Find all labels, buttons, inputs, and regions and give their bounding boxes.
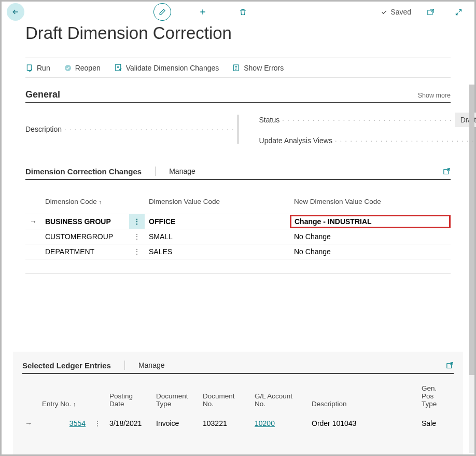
new-button[interactable]: [194, 3, 212, 21]
description-label: Description: [25, 125, 234, 133]
row-menu[interactable]: ⋮: [129, 229, 145, 244]
description-group: Description: [25, 113, 239, 146]
col-gl-account[interactable]: G/L AccountNo.: [250, 381, 307, 416]
action-show-errors[interactable]: Show Errors: [232, 64, 284, 72]
action-validate-label: Validate Dimension Changes: [126, 64, 219, 72]
action-show-errors-label: Show Errors: [244, 64, 284, 72]
status-group: Status Draft: [259, 113, 476, 127]
status-label: Status: [259, 116, 452, 124]
col-posting-date[interactable]: Posting Date: [105, 381, 152, 416]
action-run[interactable]: Run: [25, 64, 50, 72]
row-menu[interactable]: ⋮: [90, 416, 105, 431]
cell-entry-no[interactable]: 3554: [38, 416, 90, 431]
ledger-table: Entry No. ↑ Posting Date DocumentType Do…: [22, 381, 454, 431]
section-general: General Show more Description Status Dra…: [25, 89, 451, 146]
separator: [155, 167, 156, 176]
ledger-title: Selected Ledger Entries: [22, 361, 111, 370]
col-new-dimension-value[interactable]: New Dimension Value Code: [290, 195, 451, 214]
cell-gl-account[interactable]: 10200: [250, 416, 307, 431]
section-general-title: General: [25, 89, 60, 100]
cell-value[interactable]: SMALL: [145, 229, 290, 244]
expand-button[interactable]: [450, 3, 467, 21]
row-menu[interactable]: ⋮: [129, 244, 145, 259]
cell-code[interactable]: DEPARTMENT: [41, 244, 129, 259]
col-description[interactable]: Description: [307, 381, 417, 416]
row-selector-icon[interactable]: →: [25, 214, 41, 229]
ledger-manage[interactable]: Manage: [138, 361, 165, 369]
col-dimension-value[interactable]: Dimension Value Code: [145, 195, 290, 214]
cell-doc-no[interactable]: 103221: [199, 416, 250, 431]
saved-indicator: Saved: [381, 8, 411, 16]
action-reopen-label: Reopen: [75, 64, 101, 72]
top-toolbar: Saved: [2, 2, 474, 22]
cell-value[interactable]: OFFICE: [145, 214, 290, 229]
table-row[interactable]: → BUSINESS GROUP ⋮ OFFICE Change - INDUS…: [25, 214, 451, 229]
table-row-empty[interactable]: [25, 259, 451, 274]
cell-gen-posting-type[interactable]: Sale: [417, 416, 454, 431]
update-views-group: Update Analysis Views: [259, 135, 476, 146]
action-run-label: Run: [37, 64, 50, 72]
ledger-popout-button[interactable]: [446, 362, 454, 369]
popout-button[interactable]: [422, 3, 439, 21]
show-more[interactable]: Show more: [418, 92, 451, 99]
ledger-header: Selected Ledger Entries Manage: [22, 361, 454, 374]
changes-manage[interactable]: Manage: [169, 167, 195, 175]
action-reopen[interactable]: Reopen: [64, 64, 101, 72]
back-button[interactable]: [7, 3, 24, 21]
scrollbar-thumb[interactable]: [469, 85, 474, 375]
cell-new-value-wrap[interactable]: Change - INDUSTRIAL: [290, 214, 451, 229]
top-center-actions: [24, 3, 381, 21]
page-title: Draft Dimension Correction: [25, 23, 451, 43]
delete-button[interactable]: [234, 3, 252, 21]
cell-new-value[interactable]: No Change: [290, 244, 451, 259]
col-entry-no[interactable]: Entry No. ↑: [38, 381, 90, 416]
table-row[interactable]: CUSTOMERGROUP ⋮ SMALL No Change: [25, 229, 451, 244]
table-row[interactable]: DEPARTMENT ⋮ SALES No Change: [25, 244, 451, 259]
col-dimension-code[interactable]: Dimension Code ↑: [41, 195, 129, 214]
cell-code[interactable]: CUSTOMERGROUP: [41, 229, 129, 244]
section-changes: Dimension Correction Changes Manage Dime…: [25, 167, 451, 331]
action-validate[interactable]: Validate Dimension Changes: [114, 63, 219, 72]
changes-popout-button[interactable]: [443, 168, 451, 175]
cell-description[interactable]: Order 101043: [307, 416, 417, 431]
cell-code[interactable]: BUSINESS GROUP: [41, 214, 129, 229]
cell-new-value[interactable]: No Change: [290, 229, 451, 244]
update-views-label: Update Analysis Views: [259, 136, 476, 145]
description-input[interactable]: [237, 115, 239, 144]
section-ledger: Selected Ledger Entries Manage: [13, 352, 463, 454]
content: Draft Dimension Correction Run Reopen Va…: [2, 22, 474, 454]
table-row[interactable]: → 3554 ⋮ 3/18/2021 Invoice 103221 10200 …: [22, 416, 454, 431]
highlight-box: Change - INDUSTRIAL: [290, 215, 451, 228]
cell-value[interactable]: SALES: [145, 244, 290, 259]
row-menu[interactable]: ⋮: [129, 214, 145, 229]
section-general-header: General Show more: [25, 89, 451, 103]
ledger-header-row: Entry No. ↑ Posting Date DocumentType Do…: [22, 381, 454, 416]
general-row-1: Description Status Draft Update Analysis…: [25, 113, 451, 146]
col-gen-posting-type[interactable]: Gen. PosType: [417, 381, 454, 416]
changes-header-row: Dimension Code ↑ Dimension Value Code Ne…: [25, 195, 451, 214]
separator: [124, 361, 125, 370]
cell-posting-date[interactable]: 3/18/2021: [105, 416, 152, 431]
action-bar: Run Reopen Validate Dimension Changes Sh…: [25, 58, 451, 78]
edit-button[interactable]: [153, 3, 171, 21]
saved-label: Saved: [390, 8, 411, 16]
changes-title: Dimension Correction Changes: [25, 167, 142, 176]
window: Saved Draft Dimension Correction Run Reo…: [2, 2, 474, 454]
svg-rect-1: [27, 65, 31, 71]
changes-header: Dimension Correction Changes Manage: [25, 167, 451, 180]
changes-table: Dimension Code ↑ Dimension Value Code Ne…: [25, 195, 451, 274]
top-right-actions: Saved: [381, 3, 467, 21]
col-doc-type[interactable]: DocumentType: [152, 381, 199, 416]
cell-doc-type[interactable]: Invoice: [152, 416, 199, 431]
row-selector-icon[interactable]: →: [22, 416, 38, 431]
col-doc-no[interactable]: Document No.: [199, 381, 250, 416]
